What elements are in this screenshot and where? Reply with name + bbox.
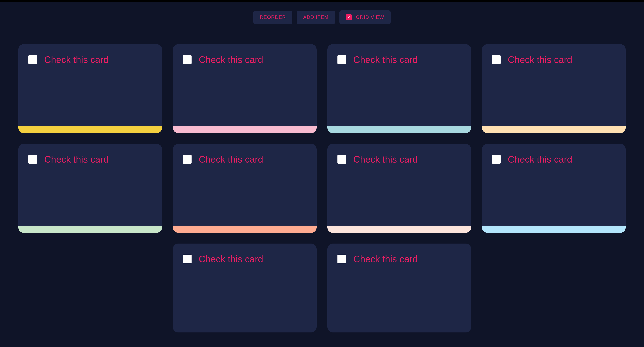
card-header: Check this card <box>328 144 471 165</box>
card: Check this card <box>173 44 316 133</box>
card-header: Check this card <box>173 244 316 264</box>
card-accent-footer <box>328 226 471 233</box>
card-label: Check this card <box>199 254 263 264</box>
card-label: Check this card <box>199 54 263 65</box>
card: Check this card <box>173 244 316 333</box>
grid-view-toggle[interactable]: ✓ GRID VIEW <box>340 10 391 24</box>
card-accent-footer <box>173 325 316 333</box>
card-checkbox[interactable] <box>492 55 500 64</box>
card-label: Check this card <box>508 54 572 65</box>
card-accent-footer <box>328 325 471 333</box>
card-header: Check this card <box>18 144 162 165</box>
card-accent-footer <box>482 226 626 233</box>
card-checkbox[interactable] <box>338 255 346 263</box>
card-checkbox[interactable] <box>492 155 500 164</box>
card-checkbox[interactable] <box>28 155 37 164</box>
card: Check this card <box>328 244 471 333</box>
card-label: Check this card <box>44 154 108 165</box>
card-label: Check this card <box>353 154 418 165</box>
card-label: Check this card <box>353 254 418 264</box>
card-label: Check this card <box>508 154 572 165</box>
card: Check this card <box>328 144 471 233</box>
reorder-button[interactable]: REORDER <box>253 10 292 24</box>
card-header: Check this card <box>482 144 626 165</box>
card-checkbox[interactable] <box>338 55 346 64</box>
card: Check this card <box>173 144 316 233</box>
card-checkbox[interactable] <box>183 55 192 64</box>
card-checkbox[interactable] <box>183 255 192 263</box>
toolbar: REORDER ADD ITEM ✓ GRID VIEW <box>0 2 644 30</box>
card-label: Check this card <box>199 154 263 165</box>
top-black-bar <box>0 0 644 2</box>
card-header: Check this card <box>18 44 162 65</box>
card-checkbox[interactable] <box>28 55 37 64</box>
card-label: Check this card <box>353 54 418 65</box>
card-accent-footer <box>18 226 162 233</box>
card-accent-footer <box>173 226 316 233</box>
grid-view-checkbox[interactable]: ✓ <box>346 14 352 20</box>
card-header: Check this card <box>482 44 626 65</box>
card-header: Check this card <box>173 44 316 65</box>
grid-view-label: GRID VIEW <box>356 14 384 20</box>
add-item-button[interactable]: ADD ITEM <box>297 10 335 24</box>
card-checkbox[interactable] <box>338 155 346 164</box>
card-header: Check this card <box>328 44 471 65</box>
card-grid: Check this cardCheck this cardCheck this… <box>0 30 644 340</box>
card: Check this card <box>18 144 162 233</box>
checkmark-icon: ✓ <box>347 15 350 19</box>
card-label: Check this card <box>44 54 108 65</box>
card-checkbox[interactable] <box>183 155 192 164</box>
card-header: Check this card <box>328 244 471 264</box>
card-accent-footer <box>173 126 316 133</box>
card-accent-footer <box>18 126 162 133</box>
card-accent-footer <box>482 126 626 133</box>
card: Check this card <box>328 44 471 133</box>
card-header: Check this card <box>173 144 316 165</box>
card: Check this card <box>482 144 626 233</box>
card-accent-footer <box>328 126 471 133</box>
card: Check this card <box>18 44 162 133</box>
card: Check this card <box>482 44 626 133</box>
